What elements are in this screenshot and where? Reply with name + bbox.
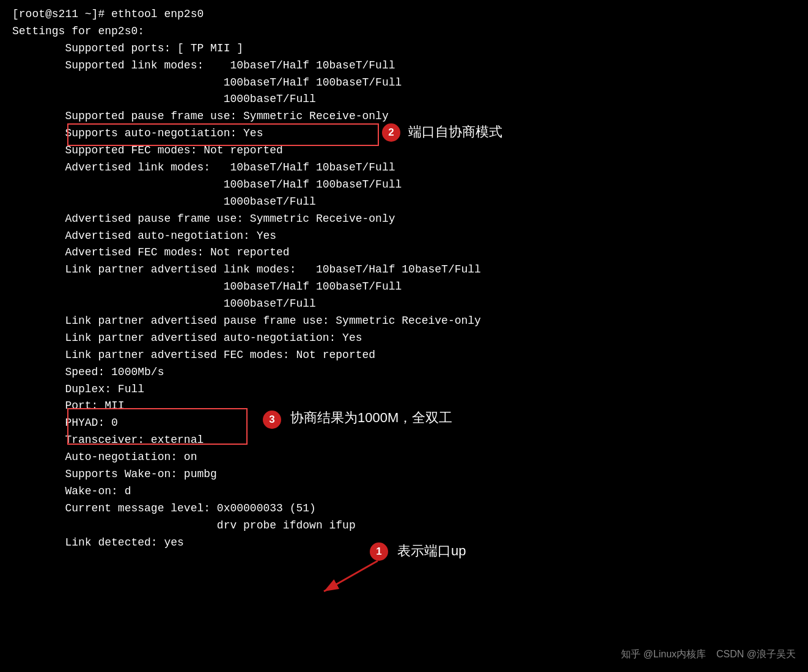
terminal-line-10: 100baseT/Half 100baseT/Full (12, 177, 796, 194)
svg-line-0 (324, 561, 378, 591)
watermark-zhihu: 知乎 @Linux内核库 (621, 648, 706, 661)
annotation-badge-2: 2 (382, 123, 400, 142)
watermark: 知乎 @Linux内核库 CSDN @浪子吴天 (621, 648, 796, 661)
terminal-line-13: Advertised auto-negotiation: Yes (12, 228, 796, 245)
terminal-line-7: Supports auto-negotiation: Yes (12, 125, 796, 142)
terminal-line-28: Wake-on: d (12, 483, 796, 500)
annotation-text-3: 协商结果为1000M，全双工 (290, 409, 452, 427)
terminal-line-20: Link partner advertised FEC modes: Not r… (12, 347, 796, 364)
terminal-line-26: Auto-negotiation: on (12, 449, 796, 466)
terminal-line-12: Advertised pause frame use: Symmetric Re… (12, 211, 796, 228)
terminal-line-16: 100baseT/Half 100baseT/Full (12, 279, 796, 296)
annotation-text-2: 端口自协商模式 (408, 123, 502, 141)
terminal-line-30: drv probe ifdown ifup (12, 517, 796, 535)
annotation-badge-1: 1 (370, 542, 388, 561)
annotation-text-1: 表示端口up (397, 542, 466, 560)
terminal-line-1: Settings for enp2s0: (12, 23, 796, 40)
terminal-line-21: Speed: 1000Mb/s (12, 364, 796, 381)
annotation-badge-3: 3 (263, 411, 281, 429)
terminal-line-0: [root@s211 ~]# ethtool enp2s0 (12, 6, 796, 23)
watermark-csdn: CSDN @浪子吴天 (716, 648, 796, 661)
terminal-line-11: 1000baseT/Full (12, 194, 796, 211)
terminal-line-19: Link partner advertised auto-negotiation… (12, 330, 796, 347)
terminal-line-8: Supported FEC modes: Not reported (12, 142, 796, 159)
terminal-line-14: Advertised FEC modes: Not reported (12, 244, 796, 261)
terminal-line-29: Current message level: 0x00000033 (51) (12, 500, 796, 517)
terminal-line-17: 1000baseT/Full (12, 296, 796, 313)
terminal-line-27: Supports Wake-on: pumbg (12, 466, 796, 483)
terminal-line-4: 100baseT/Half 100baseT/Full (12, 75, 796, 92)
terminal-line-25: Transceiver: external (12, 432, 796, 449)
terminal-line-22: Duplex: Full (12, 381, 796, 398)
terminal-window: [root@s211 ~]# ethtool enp2s0 Settings f… (0, 0, 808, 564)
terminal-line-15: Link partner advertised link modes: 10ba… (12, 261, 796, 279)
terminal-line-9: Advertised link modes: 10baseT/Half 10ba… (12, 159, 796, 177)
terminal-line-5: 1000baseT/Full (12, 91, 796, 108)
terminal-line-2: Supported ports: [ TP MII ] (12, 40, 796, 57)
terminal-line-6: Supported pause frame use: Symmetric Rec… (12, 108, 796, 125)
terminal-line-18: Link partner advertised pause frame use:… (12, 313, 796, 330)
terminal-line-3: Supported link modes: 10baseT/Half 10bas… (12, 57, 796, 75)
